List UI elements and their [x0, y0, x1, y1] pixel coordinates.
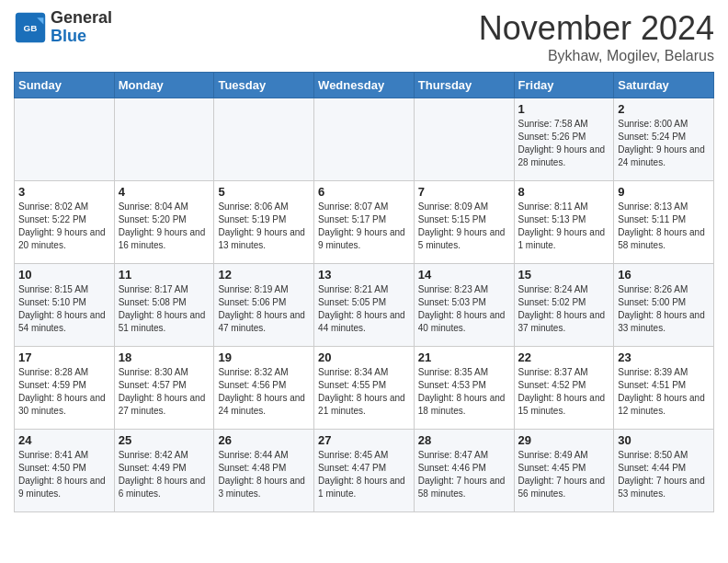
day-number: 11 — [119, 268, 210, 282]
calendar-cell: 4Sunrise: 8:04 AM Sunset: 5:20 PM Daylig… — [114, 181, 214, 264]
weekday-header-cell: Monday — [114, 73, 214, 98]
day-number: 23 — [618, 350, 710, 364]
calendar-week-row: 17Sunrise: 8:28 AM Sunset: 4:59 PM Dayli… — [15, 347, 714, 430]
weekday-header-cell: Thursday — [414, 73, 514, 98]
day-number: 5 — [218, 185, 310, 199]
day-info: Sunrise: 8:11 AM Sunset: 5:13 PM Dayligh… — [518, 201, 610, 252]
logo-text: General Blue — [51, 9, 112, 46]
day-info: Sunrise: 8:45 AM Sunset: 4:47 PM Dayligh… — [318, 449, 410, 500]
calendar-cell: 5Sunrise: 8:06 AM Sunset: 5:19 PM Daylig… — [214, 181, 314, 264]
calendar-cell: 14Sunrise: 8:23 AM Sunset: 5:03 PM Dayli… — [414, 264, 514, 347]
month-title: November 2024 — [479, 9, 714, 48]
day-info: Sunrise: 8:21 AM Sunset: 5:05 PM Dayligh… — [318, 283, 410, 335]
day-number: 20 — [318, 350, 410, 364]
day-info: Sunrise: 8:15 AM Sunset: 5:10 PM Dayligh… — [18, 283, 110, 335]
logo-line1: General — [51, 9, 112, 28]
day-number: 29 — [518, 433, 610, 447]
day-number: 14 — [418, 268, 510, 282]
header: GB General Blue November 2024 Bykhaw, Mo… — [14, 9, 714, 64]
calendar-cell: 7Sunrise: 8:09 AM Sunset: 5:15 PM Daylig… — [414, 181, 514, 264]
calendar-cell: 16Sunrise: 8:26 AM Sunset: 5:00 PM Dayli… — [614, 264, 714, 347]
location: Bykhaw, Mogilev, Belarus — [479, 48, 714, 64]
day-info: Sunrise: 8:32 AM Sunset: 4:56 PM Dayligh… — [218, 366, 310, 418]
day-info: Sunrise: 8:26 AM Sunset: 5:00 PM Dayligh… — [618, 283, 710, 335]
calendar-cell: 26Sunrise: 8:44 AM Sunset: 4:48 PM Dayli… — [214, 430, 314, 512]
calendar-cell: 6Sunrise: 8:07 AM Sunset: 5:17 PM Daylig… — [314, 181, 415, 264]
day-info: Sunrise: 8:23 AM Sunset: 5:03 PM Dayligh… — [418, 283, 510, 335]
calendar-cell: 17Sunrise: 8:28 AM Sunset: 4:59 PM Dayli… — [15, 347, 115, 430]
day-info: Sunrise: 8:47 AM Sunset: 4:46 PM Dayligh… — [418, 449, 510, 500]
day-info: Sunrise: 7:58 AM Sunset: 5:26 PM Dayligh… — [518, 118, 610, 169]
calendar-cell: 24Sunrise: 8:41 AM Sunset: 4:50 PM Dayli… — [15, 430, 115, 512]
day-number: 3 — [18, 185, 110, 199]
calendar-cell: 20Sunrise: 8:34 AM Sunset: 4:55 PM Dayli… — [314, 347, 415, 430]
day-info: Sunrise: 8:50 AM Sunset: 4:44 PM Dayligh… — [618, 449, 710, 500]
day-info: Sunrise: 8:13 AM Sunset: 5:11 PM Dayligh… — [618, 201, 710, 252]
calendar-cell: 30Sunrise: 8:50 AM Sunset: 4:44 PM Dayli… — [614, 430, 714, 512]
day-number: 2 — [618, 102, 710, 116]
day-number: 7 — [418, 185, 510, 199]
calendar-week-row: 24Sunrise: 8:41 AM Sunset: 4:50 PM Dayli… — [15, 430, 714, 512]
calendar-cell: 10Sunrise: 8:15 AM Sunset: 5:10 PM Dayli… — [15, 264, 115, 347]
calendar-cell — [214, 98, 314, 181]
calendar-cell: 2Sunrise: 8:00 AM Sunset: 5:24 PM Daylig… — [614, 98, 714, 181]
calendar-week-row: 10Sunrise: 8:15 AM Sunset: 5:10 PM Dayli… — [15, 264, 714, 347]
calendar-week-row: 1Sunrise: 7:58 AM Sunset: 5:26 PM Daylig… — [15, 98, 714, 181]
weekday-header-cell: Friday — [514, 73, 614, 98]
day-info: Sunrise: 8:49 AM Sunset: 4:45 PM Dayligh… — [518, 449, 610, 500]
calendar-cell: 9Sunrise: 8:13 AM Sunset: 5:11 PM Daylig… — [614, 181, 714, 264]
day-info: Sunrise: 8:35 AM Sunset: 4:53 PM Dayligh… — [418, 366, 510, 418]
day-info: Sunrise: 8:07 AM Sunset: 5:17 PM Dayligh… — [318, 201, 410, 252]
calendar-cell: 28Sunrise: 8:47 AM Sunset: 4:46 PM Dayli… — [414, 430, 514, 512]
calendar-cell: 25Sunrise: 8:42 AM Sunset: 4:49 PM Dayli… — [114, 430, 214, 512]
calendar-cell: 19Sunrise: 8:32 AM Sunset: 4:56 PM Dayli… — [214, 347, 314, 430]
calendar-cell: 18Sunrise: 8:30 AM Sunset: 4:57 PM Dayli… — [114, 347, 214, 430]
day-info: Sunrise: 8:17 AM Sunset: 5:08 PM Dayligh… — [119, 283, 210, 335]
day-number: 21 — [418, 350, 510, 364]
day-number: 9 — [618, 185, 710, 199]
day-info: Sunrise: 8:00 AM Sunset: 5:24 PM Dayligh… — [618, 118, 710, 169]
logo: GB General Blue — [14, 9, 112, 46]
calendar-cell: 23Sunrise: 8:39 AM Sunset: 4:51 PM Dayli… — [614, 347, 714, 430]
calendar-table: SundayMondayTuesdayWednesdayThursdayFrid… — [14, 72, 714, 512]
day-number: 24 — [18, 433, 110, 447]
day-number: 1 — [518, 102, 610, 116]
day-number: 12 — [218, 268, 310, 282]
day-number: 22 — [518, 350, 610, 364]
weekday-header-cell: Saturday — [614, 73, 714, 98]
calendar-cell: 21Sunrise: 8:35 AM Sunset: 4:53 PM Dayli… — [414, 347, 514, 430]
day-info: Sunrise: 8:41 AM Sunset: 4:50 PM Dayligh… — [18, 449, 110, 500]
day-number: 28 — [418, 433, 510, 447]
day-info: Sunrise: 8:24 AM Sunset: 5:02 PM Dayligh… — [518, 283, 610, 335]
logo-icon: GB — [14, 11, 47, 44]
day-number: 25 — [119, 433, 210, 447]
day-info: Sunrise: 8:44 AM Sunset: 4:48 PM Dayligh… — [218, 449, 310, 500]
day-info: Sunrise: 8:39 AM Sunset: 4:51 PM Dayligh… — [618, 366, 710, 418]
calendar-cell — [414, 98, 514, 181]
calendar-cell: 27Sunrise: 8:45 AM Sunset: 4:47 PM Dayli… — [314, 430, 415, 512]
weekday-header-cell: Wednesday — [314, 73, 415, 98]
day-number: 4 — [119, 185, 210, 199]
title-block: November 2024 Bykhaw, Mogilev, Belarus — [479, 9, 714, 64]
calendar-cell: 8Sunrise: 8:11 AM Sunset: 5:13 PM Daylig… — [514, 181, 614, 264]
calendar-cell: 11Sunrise: 8:17 AM Sunset: 5:08 PM Dayli… — [114, 264, 214, 347]
day-number: 26 — [218, 433, 310, 447]
calendar-cell — [314, 98, 415, 181]
day-info: Sunrise: 8:37 AM Sunset: 4:52 PM Dayligh… — [518, 366, 610, 418]
weekday-header-row: SundayMondayTuesdayWednesdayThursdayFrid… — [15, 73, 714, 98]
day-number: 16 — [618, 268, 710, 282]
day-info: Sunrise: 8:19 AM Sunset: 5:06 PM Dayligh… — [218, 283, 310, 335]
day-info: Sunrise: 8:06 AM Sunset: 5:19 PM Dayligh… — [218, 201, 310, 252]
calendar-cell — [114, 98, 214, 181]
calendar-cell: 12Sunrise: 8:19 AM Sunset: 5:06 PM Dayli… — [214, 264, 314, 347]
day-number: 13 — [318, 268, 410, 282]
day-info: Sunrise: 8:04 AM Sunset: 5:20 PM Dayligh… — [119, 201, 210, 252]
calendar-cell: 29Sunrise: 8:49 AM Sunset: 4:45 PM Dayli… — [514, 430, 614, 512]
weekday-header-cell: Tuesday — [214, 73, 314, 98]
svg-text:GB: GB — [24, 22, 38, 32]
day-info: Sunrise: 8:42 AM Sunset: 4:49 PM Dayligh… — [119, 449, 210, 500]
day-number: 30 — [618, 433, 710, 447]
day-number: 17 — [18, 350, 110, 364]
day-number: 6 — [318, 185, 410, 199]
calendar-week-row: 3Sunrise: 8:02 AM Sunset: 5:22 PM Daylig… — [15, 181, 714, 264]
